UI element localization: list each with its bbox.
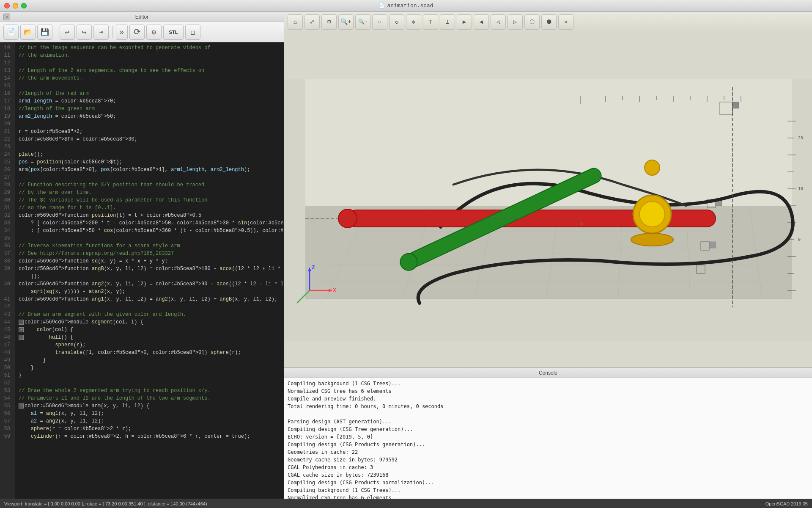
close-editor-button[interactable]: ✕	[3, 14, 10, 20]
console-line: Compile and preview finished.	[288, 395, 809, 403]
view-wireframe-button[interactable]: ⬢	[541, 14, 557, 30]
console-header: Console	[284, 368, 812, 378]
svg-point-53	[639, 202, 665, 227]
console-line: Compiling design (CSG Products normaliza…	[288, 479, 809, 486]
scene-svg: 20 10 0	[284, 32, 812, 367]
save-file-button[interactable]: 💾	[37, 25, 52, 40]
console-line: Total rendering time: 0 hours, 0 minutes…	[288, 403, 809, 410]
svg-text:X: X	[333, 287, 336, 294]
console-content[interactable]: Compiling background (1 CSG Trees)...Nor…	[284, 378, 812, 499]
view-ortho-button[interactable]: ○	[372, 14, 387, 30]
maximize-button[interactable]	[21, 3, 27, 8]
view-diag-button[interactable]: ⬡	[524, 14, 540, 30]
console-line: Compiling background (1 CSG Trees)...	[288, 486, 809, 494]
view-pan-button[interactable]: ✥	[406, 14, 421, 30]
console-line: ECHO: version = [2019, 5, 0]	[288, 433, 809, 441]
indent-button[interactable]: ⇥	[93, 25, 109, 40]
view-back-button[interactable]: ◀	[474, 14, 489, 30]
save-file-icon: 💾	[41, 28, 49, 36]
code-content[interactable]: // but the image sequence can be exporte…	[15, 42, 284, 499]
console-line: Compiling design (CSG Products generatio…	[288, 441, 809, 448]
open-file-icon: 📂	[24, 28, 32, 36]
render-icon: ⚙	[152, 28, 156, 37]
svg-point-56	[645, 160, 660, 175]
close-button[interactable]	[4, 3, 10, 8]
undo-icon: ↩	[65, 28, 70, 37]
window-title: 📄 animation.scad	[379, 3, 433, 9]
view-bottom-button[interactable]: ⊥	[440, 14, 455, 30]
console-label: Console	[539, 370, 557, 376]
redo-icon: ↪	[82, 28, 87, 37]
redo-button[interactable]: ↪	[77, 25, 92, 40]
compile-button[interactable]: ⟳	[129, 25, 145, 40]
main-layout: ✕ Editor 📄 📂 💾 ↩ ↪ ⇥	[0, 12, 812, 499]
indent-icon: ⇥	[99, 28, 103, 36]
svg-point-57	[631, 233, 673, 246]
view-zoom-out-button[interactable]: 🔍-	[355, 14, 370, 30]
view-home-button[interactable]: ⌂	[288, 14, 303, 30]
view-more-button[interactable]: »	[558, 14, 573, 30]
console-line: Geometry cache size in bytes: 979592	[288, 456, 809, 464]
export3d-icon: ◻	[191, 28, 195, 37]
compile-icon: ⟳	[134, 27, 141, 37]
view-zoom-in-button[interactable]: 🔍+	[338, 14, 354, 30]
view-fit-button[interactable]: ⊡	[321, 14, 337, 30]
new-file-button[interactable]: 📄	[3, 25, 19, 40]
stl-label: STL	[169, 30, 178, 35]
viewport: ⌂ ⤢ ⊡ 🔍+ 🔍- ○ ↻ ✥ ⊤ ⊥ ▶ ◀ ◁ ▷ ⬡ ⬢ »	[284, 12, 812, 367]
window-controls	[4, 3, 27, 8]
view-left-button[interactable]: ◁	[491, 14, 506, 30]
new-file-icon: 📄	[7, 28, 15, 36]
view-reset-button[interactable]: ⤢	[304, 14, 320, 30]
editor-panel: ✕ Editor 📄 📂 💾 ↩ ↪ ⇥	[0, 12, 284, 499]
console-line: Compiling background (1 CSG Trees)...	[288, 380, 809, 387]
editor-header: ✕ Editor	[0, 12, 284, 22]
more-icon: »	[120, 28, 124, 36]
toolbar-sep-1	[56, 26, 56, 38]
svg-rect-15	[305, 79, 792, 206]
editor-label: Editor	[135, 14, 148, 20]
editor-toolbar: 📄 📂 💾 ↩ ↪ ⇥ » ⟳	[0, 22, 284, 42]
window-title-text: animation.scad	[387, 3, 433, 9]
title-bar: 📄 animation.scad	[0, 0, 812, 12]
render-button[interactable]: ⚙	[146, 25, 162, 40]
console-line: Normalized CSG tree has 6 elements	[288, 494, 809, 499]
open-file-button[interactable]: 📂	[20, 25, 36, 40]
view-top-button[interactable]: ⊤	[423, 14, 438, 30]
file-icon: 📄	[379, 3, 385, 9]
app-version: OpenSCAD 2019.05	[765, 501, 808, 506]
status-bar: Viewport: translate = [ 0.00 0.00 0.00 ]…	[0, 499, 812, 508]
svg-rect-42	[732, 102, 739, 108]
svg-rect-46	[709, 242, 716, 248]
viewport-toolbar: ⌂ ⤢ ⊡ 🔍+ 🔍- ○ ↻ ✥ ⊤ ⊥ ▶ ◀ ◁ ▷ ⬡ ⬢ »	[284, 12, 812, 32]
line-numbers: 1011121314151617181920212223242526272829…	[0, 42, 15, 499]
toolbar-sep-2	[112, 26, 112, 38]
undo-button[interactable]: ↩	[60, 25, 75, 40]
console-line: Normalized CSG tree has 6 elements	[288, 387, 809, 395]
viewport-info: Viewport: translate = [ 0.00 0.00 0.00 ]…	[4, 501, 207, 506]
view-front-button[interactable]: ▶	[457, 14, 472, 30]
stl-button[interactable]: STL	[163, 25, 184, 40]
view-rotate-button[interactable]: ↻	[389, 14, 404, 30]
code-area[interactable]: 1011121314151617181920212223242526272829…	[0, 42, 284, 499]
view-right-button[interactable]: ▷	[508, 14, 523, 30]
console-line: CGAL Polyhedrons in cache: 3	[288, 464, 809, 471]
svg-text:20: 20	[798, 136, 803, 141]
console-line: Parsing design (AST generation)...	[288, 418, 809, 425]
console-line: CGAL cache size in bytes: 7239168	[288, 471, 809, 479]
console-line: Compiling design (CSG Tree generation)..…	[288, 425, 809, 433]
export3d-button[interactable]: ◻	[185, 25, 200, 40]
svg-text:0: 0	[798, 237, 801, 242]
console-line: Geometries in cache: 22	[288, 448, 809, 456]
svg-text:0: 0	[580, 221, 583, 226]
svg-text:Z: Z	[312, 265, 315, 271]
console-panel: Console Compiling background (1 CSG Tree…	[284, 367, 812, 499]
more-button[interactable]: »	[116, 25, 128, 40]
svg-text:10: 10	[798, 187, 803, 191]
right-panel: ⌂ ⤢ ⊡ 🔍+ 🔍- ○ ↻ ✥ ⊤ ⊥ ▶ ◀ ◁ ▷ ⬡ ⬢ »	[284, 12, 812, 499]
minimize-button[interactable]	[13, 3, 18, 8]
